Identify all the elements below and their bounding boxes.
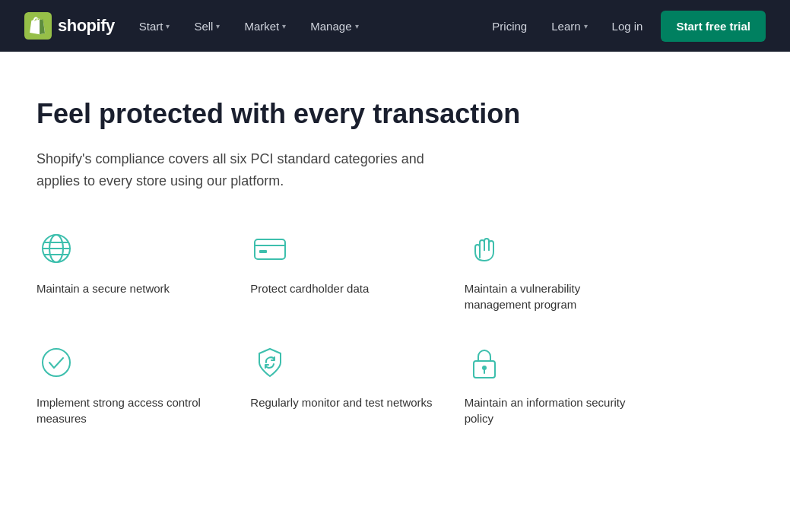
feature-cardholder-data: Protect cardholder data xyxy=(250,229,433,312)
feature-secure-network: Maintain a secure network xyxy=(36,229,220,312)
navbar: shopify Start ▾ Sell ▾ Market ▾ Manage ▾… xyxy=(0,0,790,52)
svg-rect-8 xyxy=(259,250,267,253)
chevron-down-icon: ▾ xyxy=(216,22,220,30)
feature-label: Implement strong access control measures xyxy=(36,394,220,426)
start-free-trial-button[interactable]: Start free trial xyxy=(661,11,766,42)
feature-monitor-networks: Regularly monitor and test networks xyxy=(250,343,433,426)
feature-label: Maintain an information security policy xyxy=(465,394,648,426)
chevron-down-icon: ▾ xyxy=(282,22,286,30)
logo-icon xyxy=(24,12,52,40)
svg-point-9 xyxy=(43,349,70,376)
logo[interactable]: shopify xyxy=(24,12,115,40)
feature-label: Regularly monitor and test networks xyxy=(250,394,433,410)
nav-item-market[interactable]: Market ▾ xyxy=(232,0,298,52)
refresh-shield-icon xyxy=(250,343,290,382)
nav-login-link[interactable]: Log in xyxy=(600,20,655,33)
main-content: Feel protected with every transaction Sh… xyxy=(0,52,684,472)
hand-icon xyxy=(465,229,504,268)
nav-item-start[interactable]: Start ▾ xyxy=(127,0,182,52)
page-title: Feel protected with every transaction xyxy=(36,97,648,130)
features-grid: Maintain a secure network Protect cardho… xyxy=(36,229,648,426)
chevron-down-icon: ▾ xyxy=(166,22,170,30)
feature-access-control: Implement strong access control measures xyxy=(36,343,220,426)
feature-label: Maintain a secure network xyxy=(36,280,220,296)
nav-item-sell[interactable]: Sell ▾ xyxy=(182,0,232,52)
credit-card-icon xyxy=(250,229,290,268)
feature-vulnerability-mgmt: Maintain a vulnerability management prog… xyxy=(465,229,648,312)
feature-label: Protect cardholder data xyxy=(250,280,433,296)
feature-label: Maintain a vulnerability management prog… xyxy=(465,280,648,312)
nav-item-pricing[interactable]: Pricing xyxy=(480,0,539,52)
feature-security-policy: Maintain an information security policy xyxy=(465,343,648,426)
svg-rect-6 xyxy=(255,239,285,259)
chevron-down-icon: ▾ xyxy=(355,22,359,30)
logo-text: shopify xyxy=(58,16,115,36)
lock-icon xyxy=(465,343,504,382)
check-circle-icon xyxy=(36,343,76,382)
nav-item-learn[interactable]: Learn ▾ xyxy=(539,0,599,52)
page-subtitle: Shopify's compliance covers all six PCI … xyxy=(36,148,432,192)
globe-icon xyxy=(36,229,76,268)
chevron-down-icon: ▾ xyxy=(584,22,588,30)
nav-links: Start ▾ Sell ▾ Market ▾ Manage ▾ Pricing… xyxy=(127,0,766,52)
nav-item-manage[interactable]: Manage ▾ xyxy=(298,0,370,52)
